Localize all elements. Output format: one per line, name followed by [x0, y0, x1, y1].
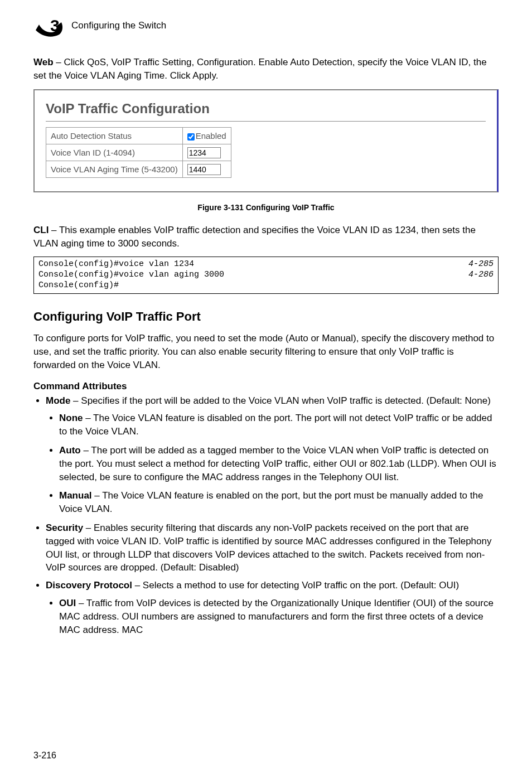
voip-config-panel: VoIP Traffic Configuration Auto Detectio… [33, 89, 499, 193]
voice-vlan-id-input[interactable] [187, 147, 221, 158]
discovery-text: – Selects a method to use for detecting … [132, 580, 459, 591]
cli-code-block: Console(config)#voice vlan 12344-285Cons… [33, 257, 499, 293]
manual-text: – The Voice VLAN feature is enabled on t… [59, 490, 483, 514]
oui-text: – Traffic from VoIP devices is detected … [59, 598, 494, 635]
web-intro: Web – Click QoS, VoIP Traffic Setting, C… [33, 56, 499, 83]
panel-title: VoIP Traffic Configuration [46, 99, 486, 118]
page-header: 3 Configuring the Switch [33, 11, 499, 40]
discovery-bold: Discovery Protocol [46, 580, 132, 591]
code-cmd: Console(config)#voice vlan aging 3000 [38, 270, 224, 280]
manual-bold: Manual [59, 490, 92, 501]
auto-text: – The port will be added as a tagged mem… [59, 445, 496, 482]
section-intro: To configure ports for VoIP traffic, you… [33, 332, 499, 371]
voice-vlan-id-label: Voice Vlan ID (1-4094) [46, 144, 183, 161]
code-ref: 4-285 [468, 259, 494, 270]
aging-time-input[interactable] [187, 164, 221, 175]
web-text: – Click QoS, VoIP Traffic Setting, Confi… [33, 57, 487, 81]
list-item: Discovery Protocol – Selects a method to… [46, 579, 499, 636]
aging-time-label: Voice VLAN Aging Time (5-43200) [46, 161, 183, 178]
code-ref: 4-286 [468, 270, 494, 280]
cli-bold: CLI [33, 225, 49, 235]
list-item: None – The Voice VLAN feature is disable… [59, 412, 499, 438]
auto-bold: Auto [59, 445, 81, 456]
mode-text: – Specifies if the port will be added to… [70, 395, 490, 406]
table-row: Voice VLAN Aging Time (5-43200) [46, 161, 231, 178]
list-item: OUI – Traffic from VoIP devices is detec… [59, 597, 499, 636]
table-row: Voice Vlan ID (1-4094) [46, 144, 231, 161]
oui-bold: OUI [59, 598, 76, 608]
voice-vlan-id-cell [182, 144, 231, 161]
chapter-number: 3 [50, 16, 60, 35]
section-heading: Configuring VoIP Traffic Port [33, 308, 499, 326]
code-cmd: Console(config)#voice vlan 1234 [38, 259, 194, 270]
cli-text: – This example enables VoIP traffic dete… [33, 225, 476, 249]
enabled-label: Enabled [196, 131, 226, 141]
figure-caption: Figure 3-131 Configuring VoIP Traffic [33, 202, 499, 214]
cli-intro: CLI – This example enables VoIP traffic … [33, 224, 499, 250]
auto-detection-checkbox[interactable] [187, 133, 195, 141]
aging-time-cell [182, 161, 231, 178]
list-item: Mode – Specifies if the port will be add… [46, 394, 499, 516]
none-bold: None [59, 413, 83, 423]
mode-sublist: None – The Voice VLAN feature is disable… [46, 412, 499, 516]
list-item: Auto – The port will be added as a tagge… [59, 444, 499, 483]
panel-divider [46, 121, 486, 122]
chapter-icon: 3 [33, 11, 65, 40]
list-item: Security – Enables security filtering th… [46, 521, 499, 574]
chapter-title: Configuring the Switch [71, 19, 166, 32]
security-bold: Security [46, 523, 83, 533]
attribute-list: Mode – Specifies if the port will be add… [33, 394, 499, 637]
discovery-sublist: OUI – Traffic from VoIP devices is detec… [46, 597, 499, 636]
table-row: Auto Detection Status Enabled [46, 128, 231, 144]
mode-bold: Mode [46, 395, 70, 406]
none-text: – The Voice VLAN feature is disabled on … [59, 413, 492, 437]
command-attributes-heading: Command Attributes [33, 380, 499, 393]
auto-detection-value-cell: Enabled [182, 128, 231, 144]
code-cmd: Console(config)# [38, 280, 119, 291]
security-text: – Enables security filtering that discar… [46, 523, 491, 573]
list-item: Manual – The Voice VLAN feature is enabl… [59, 489, 499, 516]
web-bold: Web [33, 57, 54, 67]
auto-detection-label: Auto Detection Status [46, 128, 183, 144]
config-table: Auto Detection Status Enabled Voice Vlan… [46, 127, 231, 178]
page-number: 3-216 [33, 749, 56, 762]
